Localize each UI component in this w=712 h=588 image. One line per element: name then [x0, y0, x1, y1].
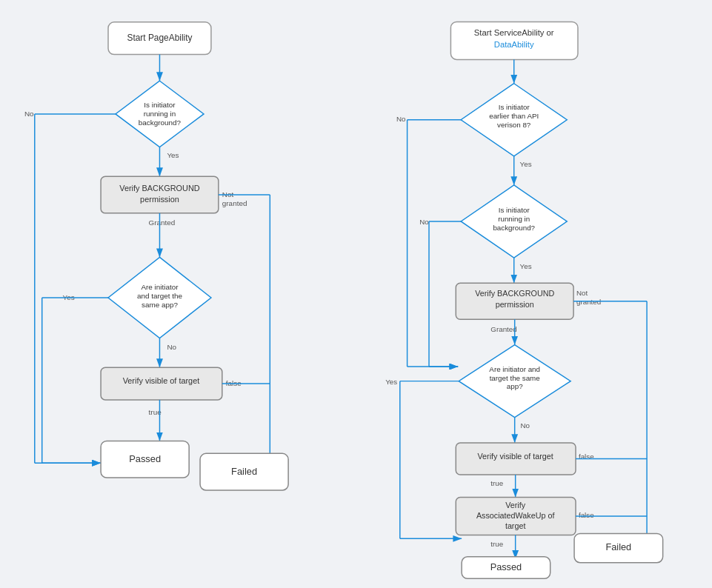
- verify-bg-label1-left: Verify BACKGROUND: [119, 184, 200, 193]
- verify-bg-label2-right: permission: [495, 300, 533, 309]
- diagram-container: Start PageAbility Is initiator running i…: [0, 0, 712, 588]
- granted1-label-left: Granted: [149, 218, 176, 227]
- not-granted1-label2-left: granted: [222, 199, 247, 207]
- verify-wake-label3-right: target: [505, 521, 525, 530]
- diamond2-label3-left: same app?: [142, 301, 179, 309]
- diamond-api-label3-right: verison 8?: [497, 121, 531, 129]
- start-label-left: Start PageAbility: [127, 33, 193, 43]
- no1-label-left: No: [24, 110, 34, 118]
- verify-bg-label2-left: permission: [140, 195, 179, 204]
- passed-label-right: Passed: [490, 561, 521, 572]
- verify-wake-label2-right: AssociatedWakeUp of: [476, 511, 554, 520]
- no-api-label-right: No: [396, 115, 405, 123]
- yes-bg-label-right: Yes: [519, 262, 531, 270]
- true-vis-label-right: true: [490, 479, 503, 487]
- diamond-bg-label2-right: running in: [498, 215, 530, 223]
- diamond-same-label1-right: Are initiator and: [489, 365, 540, 373]
- no2-label-left: No: [167, 343, 176, 351]
- diamond1-label2-left: running in: [144, 110, 176, 118]
- diamond-api-label1-right: Is initiator: [498, 103, 530, 111]
- left-diagram: Start PageAbility Is initiator running i…: [7, 7, 356, 581]
- true-wake-label-right: true: [490, 540, 503, 548]
- false-vis-label-right: false: [578, 452, 593, 461]
- no-same-label-right: No: [520, 421, 530, 430]
- verify-bg-label1-right: Verify BACKGROUND: [475, 289, 554, 298]
- yes-same-label-right: Yes: [385, 378, 397, 386]
- diamond-same-label2-right: target the same: [489, 374, 540, 382]
- verify-vis-label-right: Verify visible of target: [477, 452, 553, 461]
- diamond2-label2-left: and target the: [137, 292, 183, 300]
- failed-label-left: Failed: [231, 466, 257, 477]
- diamond1-label3-left: background?: [139, 118, 182, 127]
- diamond-same-label3-right: app?: [506, 382, 522, 390]
- start-label2-right: DataAbility: [493, 40, 533, 49]
- false-wake-label-right: false: [578, 511, 593, 519]
- no-bg-label-right: No: [419, 218, 429, 226]
- right-diagram: Start ServiceAbility or DataAbility Is i…: [356, 7, 705, 581]
- verify-vis-label-left: Verify visible of target: [123, 376, 200, 385]
- yes1-label-left: Yes: [167, 151, 179, 159]
- diamond-api-label2-right: earlier than API: [489, 112, 539, 120]
- diamond1-label1-left: Is initiator: [144, 101, 176, 109]
- start-label1-right: Start ServiceAbility or: [473, 28, 553, 37]
- diamond-bg-label1-right: Is initiator: [498, 206, 530, 214]
- yes-api-label-right: Yes: [519, 160, 531, 168]
- passed-label-left: Passed: [129, 453, 161, 464]
- diamond2-label1-left: Are initiator: [141, 283, 179, 291]
- verify-wake-label1-right: Verify: [505, 501, 526, 510]
- granted-label-right: Granted: [490, 325, 516, 333]
- diamond-bg-label3-right: background?: [493, 224, 535, 232]
- not-granted-label-right: Not: [576, 289, 588, 297]
- failed-label-right: Failed: [605, 541, 631, 552]
